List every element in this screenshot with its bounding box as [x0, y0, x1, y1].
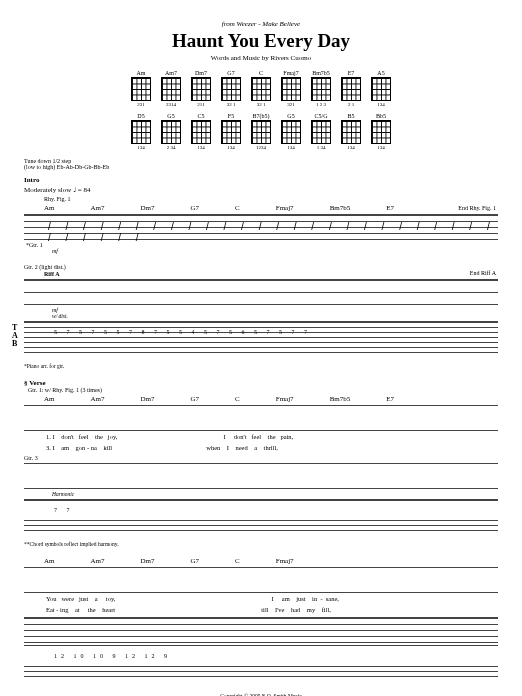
fretboard	[191, 77, 211, 101]
vocal-staff-2	[24, 567, 498, 593]
lyrics-line1: 1. I don't feel the joy, I don't feel th…	[46, 433, 498, 440]
chord-diagram: Fmaj7321	[280, 70, 302, 107]
rhythm-slashes: / / / / / / / / / / / / / / / / / / / / …	[48, 221, 498, 243]
fretboard	[311, 120, 331, 144]
section-verse: § Verse	[24, 379, 498, 387]
chord-name: G5	[167, 113, 174, 119]
chord-symbol: C	[235, 557, 240, 565]
chord-diagrams-row2: D5134G52 34C5134F5134B7(b5)1234G5134C5/G…	[24, 113, 498, 150]
chord-diagram: Dm7211	[190, 70, 212, 107]
chord-diagram: C5/G1 34	[310, 113, 332, 150]
fret-fingering: 134	[377, 102, 385, 107]
chord-name: F5	[228, 113, 234, 119]
chord-name: Bb5	[376, 113, 386, 119]
verse-system-2: AmAm7Dm7G7CFmaj7 You were just a toy, I …	[24, 557, 498, 677]
chord-symbol: Am	[44, 557, 55, 565]
lyrics-line2: 3. I am gon - na kill when I need a thri…	[46, 444, 498, 451]
chord-symbol: C	[235, 204, 240, 212]
chord-diagram: Bb5134	[370, 113, 392, 150]
fretboard	[221, 120, 241, 144]
verse-system-1: § Verse Gtr. 1: w/ Rhy. Fig. 1 (3 times)…	[24, 379, 498, 547]
chord-symbol: E7	[386, 204, 394, 212]
tempo-marking: Moderately slow ♩ = 84	[24, 186, 498, 194]
fretboard	[251, 77, 271, 101]
chord-symbol: E7	[386, 395, 394, 403]
chord-name: C5/G	[314, 113, 327, 119]
chord-diagram: F5134	[220, 113, 242, 150]
chord-diagram: G5134	[280, 113, 302, 150]
chord-symbol: G7	[191, 204, 200, 212]
chord-diagram: A5134	[370, 70, 392, 107]
fret-fingering: 134	[377, 145, 385, 150]
fret-fingering: 134	[227, 145, 235, 150]
intro-system: Intro Moderately slow ♩ = 84 Rhy. Fig. 1…	[24, 176, 498, 369]
chord-diagram: Am231	[130, 70, 152, 107]
chord-diagram: C32 1	[250, 70, 272, 107]
intro-chord-row: AmAm7Dm7G7CFmaj7Bm7b5E7	[44, 204, 498, 212]
fretboard	[221, 77, 241, 101]
gtr-staff-2	[24, 617, 498, 643]
chord-symbol: Am7	[91, 204, 105, 212]
riff-a-label: Riff A	[44, 271, 498, 277]
fretboard	[371, 77, 391, 101]
end-rhy-fig: End Rhy. Fig. 1	[458, 205, 496, 211]
fretboard	[161, 120, 181, 144]
chord-name: A5	[377, 70, 384, 76]
verse-chord-row: AmAm7Dm7G7CFmaj7Bm7b5E7	[44, 395, 498, 403]
chord-footnote: **Chord symbols reflect implied harmony.	[24, 541, 498, 547]
chord-name: D5	[137, 113, 144, 119]
credit-line: Words and Music by Rivers Cuomo	[24, 54, 498, 62]
fretboard	[161, 77, 181, 101]
chord-symbol: Am	[44, 204, 55, 212]
chord-diagram: G52 34	[160, 113, 182, 150]
chord-symbol: Dm7	[141, 204, 155, 212]
fretboard	[371, 120, 391, 144]
chord-name: Am	[137, 70, 146, 76]
chord-symbol: Am7	[91, 557, 105, 565]
fretboard	[341, 120, 361, 144]
chord-symbol: Bm7b5	[330, 204, 351, 212]
chord-name: G7	[227, 70, 234, 76]
piano-footnote: *Piano arr. for gtr.	[24, 363, 498, 369]
fret-fingering: 134	[347, 145, 355, 150]
chord-diagram: Bm7b51 2 3	[310, 70, 332, 107]
chord-name: C	[259, 70, 263, 76]
tab-numbers-verse2: 12 10 10 9 12 12 9	[54, 653, 171, 659]
chord-name: Dm7	[195, 70, 207, 76]
fretboard	[131, 120, 151, 144]
chord-symbol: Dm7	[141, 557, 155, 565]
chord-symbol: Bm7b5	[330, 395, 351, 403]
fretboard	[251, 120, 271, 144]
tab-numbers: 5 7 5 7 5 5 7 8 7 5 5 4 5 7 5 6 5 7 5 7 …	[54, 329, 311, 335]
rhy-fig-label: Rhy. Fig. 1	[44, 196, 498, 202]
gtr1-rhynote: Gtr. 1: w/ Rhy. Fig. 1 (3 times)	[28, 387, 498, 393]
fret-fingering: 211	[197, 102, 204, 107]
header: from Weezer - Make Believe Haunt You Eve…	[24, 20, 498, 62]
chord-diagram: G732 1	[220, 70, 242, 107]
chord-name: C5	[197, 113, 204, 119]
chord-diagram: E72 1	[340, 70, 362, 107]
chord-symbol: Fmaj7	[276, 395, 294, 403]
fret-fingering: 2 34	[167, 145, 176, 150]
chord-symbol: C	[235, 395, 240, 403]
chord-diagram: Am72314	[160, 70, 182, 107]
chord-name: B7(b5)	[253, 113, 270, 119]
gtr2-label: Gtr. 2 (light dist.)	[24, 264, 498, 270]
tab-numbers-verse: 7 7	[54, 507, 74, 513]
chord-name: G5	[287, 113, 294, 119]
harmonic-label: Harmonic	[52, 491, 498, 497]
fret-fingering: 32 1	[257, 102, 266, 107]
rhythm-staff: / / / / / / / / / / / / / / / / / / / / …	[24, 214, 498, 240]
fret-fingering: 134	[197, 145, 205, 150]
fret-fingering: 1234	[256, 145, 266, 150]
fretboard	[191, 120, 211, 144]
lyrics-line3: You were just a toy, I am just in - sane…	[46, 595, 498, 602]
verse2-chord-row: AmAm7Dm7G7CFmaj7	[44, 557, 498, 565]
chord-diagram: C5134	[190, 113, 212, 150]
chord-name: Fmaj7	[283, 70, 298, 76]
end-riff-a: End Riff A	[470, 270, 496, 276]
tab-staff-intro: TAB 5 7 5 7 5 5 7 8 7 5 5 4 5 7 5 6 5 7 …	[24, 321, 498, 353]
chord-diagram: B7(b5)1234	[250, 113, 272, 150]
chord-name: Am7	[165, 70, 177, 76]
tab-staff-verse: 7 7	[24, 499, 498, 531]
